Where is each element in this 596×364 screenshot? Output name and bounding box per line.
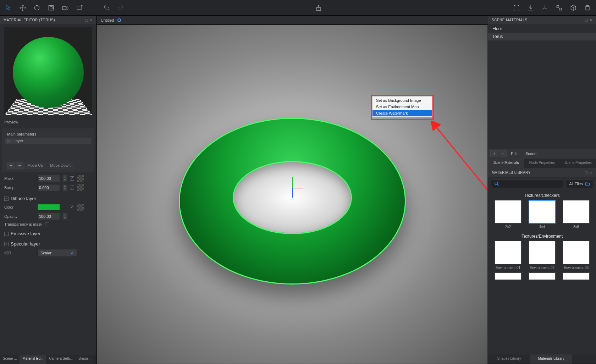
undo-icon[interactable] — [102, 4, 111, 12]
thumb-2x2[interactable]: 2x2 — [493, 200, 523, 229]
thumb-env-05[interactable] — [527, 272, 557, 280]
axis-gizmo[interactable] — [282, 177, 303, 198]
scene-materials-list: Floor Torus — [488, 24, 596, 149]
thumb-4x4[interactable]: 4x4 — [527, 200, 557, 229]
tab-scene-properties[interactable]: Scene Properties — [560, 159, 596, 168]
thumb-env-01[interactable]: Environment 01 — [493, 241, 523, 270]
opacity-input[interactable] — [37, 213, 60, 220]
grid-icon[interactable] — [555, 4, 563, 12]
edit-button[interactable]: Edit — [507, 151, 521, 156]
thumb-env-02[interactable]: Environment 02 — [527, 241, 557, 270]
add-material-button[interactable]: + — [490, 150, 498, 157]
mask-texture-button[interactable] — [77, 175, 84, 182]
specular-layer-title[interactable]: Specular layer — [0, 238, 96, 248]
thumb-8x8[interactable]: 8x8 — [561, 200, 591, 229]
annotation-highlight: Set as Background Image Set as Environme… — [371, 95, 434, 120]
cube-icon[interactable] — [569, 4, 578, 12]
rotate-tool-icon[interactable] — [33, 4, 41, 12]
thumb-env-06[interactable] — [561, 272, 591, 280]
diffuse-layer-title[interactable]: Diffuse layer — [0, 192, 96, 203]
tab-shapes-library[interactable]: Shapes Library — [488, 354, 530, 364]
tab-snaps[interactable]: Snaps... — [76, 355, 94, 364]
checkers-grid: 2x2 4x4 8x8 — [488, 200, 596, 232]
tab-camera-settings[interactable]: Camera Setti... — [46, 355, 76, 364]
material-editor-panel: MATERIAL EDITOR (TORUS) ▢✕ Preview Main … — [0, 16, 96, 364]
close-icon[interactable]: ✕ — [90, 18, 93, 22]
tab-materials-library[interactable]: Materials Library — [530, 354, 572, 364]
menu-set-background[interactable]: Set as Background Image — [372, 97, 432, 104]
thumb-env-03[interactable]: Environment 03 — [561, 241, 591, 270]
redo-icon[interactable] — [116, 4, 125, 12]
layer-row[interactable]: Layer — [5, 138, 91, 144]
color-swatch[interactable] — [37, 204, 60, 210]
left-panel-tabs: Scene ... Material Ed... Camera Setti...… — [0, 355, 96, 364]
move-tool-icon[interactable] — [18, 4, 27, 12]
download-icon[interactable] — [526, 4, 535, 12]
bump-checkbox[interactable] — [70, 186, 74, 190]
transparency-checkbox[interactable] — [45, 222, 49, 226]
pointer-tool-icon[interactable] — [4, 4, 13, 12]
mask-checkbox[interactable] — [70, 176, 74, 181]
diffuse-checkbox[interactable] — [4, 197, 9, 201]
mask-input[interactable] — [37, 175, 60, 182]
close-icon[interactable]: ✕ — [590, 18, 593, 22]
tab-material-editor[interactable]: Material Ed... — [20, 355, 46, 364]
color-texture-button[interactable] — [77, 204, 84, 211]
tab-scene-materials[interactable]: Scene Materials — [488, 159, 524, 168]
opacity-spinner[interactable]: ▲▼ — [63, 213, 67, 220]
library-section-checkers: Textures/Checkers — [488, 191, 596, 200]
transparency-row: Transparency is mask — [0, 221, 96, 227]
mask-spinner[interactable]: ▲▼ — [63, 175, 67, 182]
torus-object[interactable] — [179, 118, 406, 285]
svg-point-11 — [495, 182, 498, 185]
scene-material-torus[interactable]: Torus — [488, 33, 596, 40]
annotation-arrow — [430, 121, 487, 199]
svg-line-10 — [436, 126, 487, 199]
menu-create-watermark[interactable]: Create Watermark — [372, 110, 432, 116]
scene-button[interactable]: Scene — [522, 151, 540, 156]
color-label: Color — [4, 205, 34, 209]
remove-material-button[interactable]: − — [499, 150, 507, 157]
svg-rect-4 — [77, 6, 81, 10]
add-tool-icon[interactable] — [75, 4, 84, 12]
layer-checkbox[interactable] — [7, 139, 11, 143]
scene-material-floor[interactable]: Floor — [488, 25, 596, 33]
bump-texture-button[interactable] — [77, 184, 84, 191]
maximize-icon[interactable]: ▢ — [585, 171, 588, 175]
close-icon[interactable]: ✕ — [590, 171, 593, 175]
camera-tool-icon[interactable] — [61, 4, 70, 12]
frame-icon[interactable] — [512, 4, 521, 12]
scale-tool-icon[interactable] — [47, 4, 55, 12]
bump-row: Bump ▲▼ — [0, 183, 96, 192]
menu-set-environment[interactable]: Set as Environment Map — [372, 104, 432, 110]
maximize-icon[interactable]: ▢ — [585, 18, 588, 22]
axis-icon[interactable] — [541, 4, 549, 12]
cylinder-icon[interactable] — [583, 4, 592, 12]
add-layer-button[interactable]: + — [7, 162, 15, 169]
thumb-env-04[interactable] — [493, 272, 523, 280]
maximize-icon[interactable]: ▢ — [85, 18, 88, 22]
specular-checkbox[interactable] — [4, 242, 9, 246]
library-search-input[interactable] — [491, 180, 563, 188]
bump-spinner[interactable]: ▲▼ — [63, 184, 67, 191]
top-toolbar — [0, 0, 596, 16]
svg-point-0 — [34, 5, 39, 10]
remove-layer-button[interactable]: − — [16, 162, 23, 169]
share-icon[interactable] — [314, 4, 323, 12]
library-filter-select[interactable]: All Files — [566, 180, 593, 188]
svg-rect-7 — [559, 8, 562, 10]
svg-point-8 — [586, 5, 589, 6]
viewport-area: Untitled Set as Background Image Set as … — [96, 16, 488, 364]
emissive-checkbox[interactable] — [4, 232, 9, 236]
document-busy-indicator — [117, 18, 121, 22]
ior-select[interactable]: Scalar ⇵ — [37, 249, 77, 257]
tab-scene[interactable]: Scene ... — [0, 355, 20, 364]
move-up-button[interactable]: Move Up — [24, 162, 46, 169]
bump-input[interactable] — [37, 184, 60, 191]
color-checkbox[interactable] — [70, 205, 74, 209]
emissive-layer-title[interactable]: Emissive layer — [0, 227, 96, 238]
tab-node-properties[interactable]: Node Properties — [524, 159, 560, 168]
viewport[interactable]: Set as Background Image Set as Environme… — [97, 25, 487, 364]
document-title[interactable]: Untitled — [101, 18, 114, 22]
move-down-button[interactable]: Move Down — [47, 162, 74, 169]
